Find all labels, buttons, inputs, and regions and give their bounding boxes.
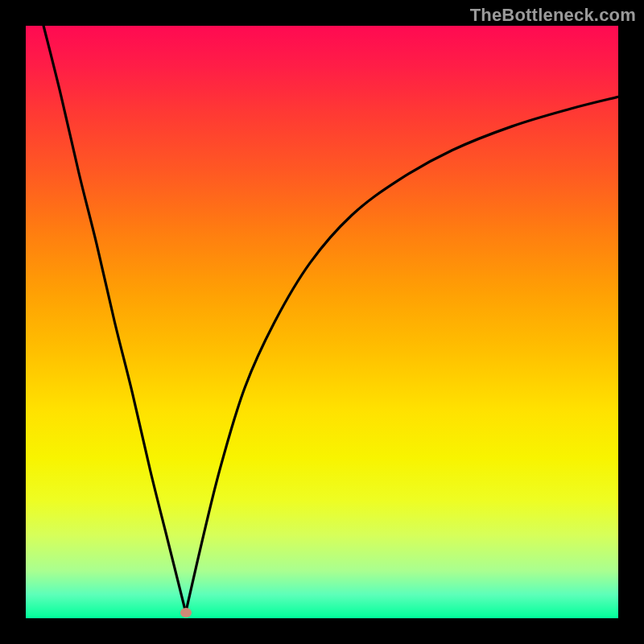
bottleneck-marker — [180, 608, 192, 617]
plot-area — [26, 26, 618, 618]
watermark-text: TheBottleneck.com — [470, 5, 636, 26]
curve-right-branch — [186, 97, 618, 612]
curve-svg — [26, 26, 618, 618]
outer-frame: TheBottleneck.com — [0, 0, 644, 644]
curve-left-branch — [43, 26, 186, 613]
